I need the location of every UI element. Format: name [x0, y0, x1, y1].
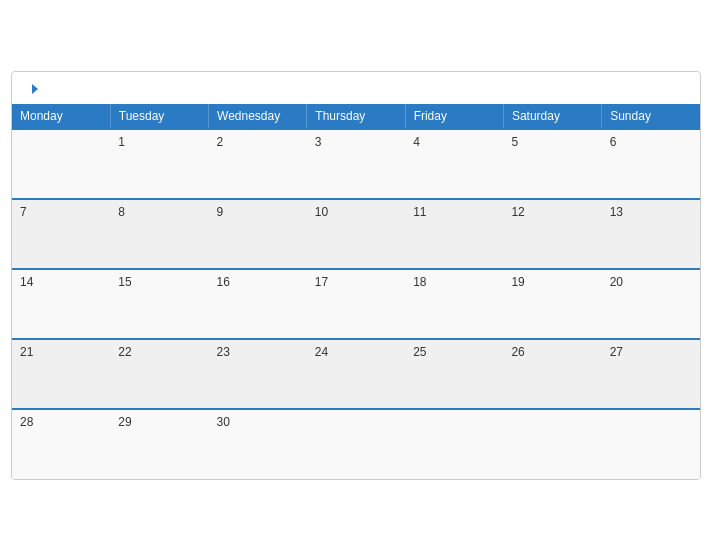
- logo-area: [28, 84, 38, 96]
- calendar-cell: [602, 409, 700, 479]
- calendar-cell: 27: [602, 339, 700, 409]
- calendar-cell: [12, 129, 110, 199]
- day-number: 24: [315, 345, 328, 359]
- calendar-cell: 13: [602, 199, 700, 269]
- calendar-cell: 28: [12, 409, 110, 479]
- calendar-container: MondayTuesdayWednesdayThursdayFridaySatu…: [11, 71, 701, 480]
- day-number: 15: [118, 275, 131, 289]
- calendar-cell: 12: [503, 199, 601, 269]
- day-number: 8: [118, 205, 125, 219]
- week-row-3: 14151617181920: [12, 269, 700, 339]
- day-number: 20: [610, 275, 623, 289]
- calendar-cell: 1: [110, 129, 208, 199]
- calendar-cell: 10: [307, 199, 405, 269]
- day-number: 23: [217, 345, 230, 359]
- calendar-cell: 6: [602, 129, 700, 199]
- calendar-cell: 24: [307, 339, 405, 409]
- calendar-cell: 21: [12, 339, 110, 409]
- calendar-grid: MondayTuesdayWednesdayThursdayFridaySatu…: [12, 104, 700, 479]
- day-header-thursday: Thursday: [307, 104, 405, 129]
- day-number: 14: [20, 275, 33, 289]
- day-number: 28: [20, 415, 33, 429]
- calendar-cell: 17: [307, 269, 405, 339]
- calendar-cell: 26: [503, 339, 601, 409]
- day-number: 5: [511, 135, 518, 149]
- logo-blue-row: [28, 84, 38, 96]
- calendar-cell: 3: [307, 129, 405, 199]
- day-number: 16: [217, 275, 230, 289]
- day-number: 6: [610, 135, 617, 149]
- calendar-cell: 19: [503, 269, 601, 339]
- calendar-cell: 9: [209, 199, 307, 269]
- week-row-4: 21222324252627: [12, 339, 700, 409]
- week-row-1: 123456: [12, 129, 700, 199]
- day-number: 29: [118, 415, 131, 429]
- week-row-5: 282930: [12, 409, 700, 479]
- logo-triangle-icon: [32, 84, 38, 94]
- day-header-wednesday: Wednesday: [209, 104, 307, 129]
- days-header-row: MondayTuesdayWednesdayThursdayFridaySatu…: [12, 104, 700, 129]
- day-header-sunday: Sunday: [602, 104, 700, 129]
- day-number: 7: [20, 205, 27, 219]
- calendar-cell: [307, 409, 405, 479]
- calendar-header: [12, 72, 700, 104]
- calendar-cell: 8: [110, 199, 208, 269]
- day-number: 19: [511, 275, 524, 289]
- day-number: 2: [217, 135, 224, 149]
- calendar-cell: 18: [405, 269, 503, 339]
- calendar-cell: 15: [110, 269, 208, 339]
- calendar-cell: 20: [602, 269, 700, 339]
- week-row-2: 78910111213: [12, 199, 700, 269]
- day-number: 10: [315, 205, 328, 219]
- day-number: 30: [217, 415, 230, 429]
- day-header-friday: Friday: [405, 104, 503, 129]
- day-number: 27: [610, 345, 623, 359]
- calendar-cell: [405, 409, 503, 479]
- calendar-cell: 5: [503, 129, 601, 199]
- day-number: 11: [413, 205, 426, 219]
- day-number: 3: [315, 135, 322, 149]
- day-number: 18: [413, 275, 426, 289]
- calendar-cell: 11: [405, 199, 503, 269]
- day-number: 25: [413, 345, 426, 359]
- day-number: 21: [20, 345, 33, 359]
- day-number: 12: [511, 205, 524, 219]
- calendar-cell: [503, 409, 601, 479]
- calendar-cell: 14: [12, 269, 110, 339]
- calendar-cell: 30: [209, 409, 307, 479]
- calendar-cell: 25: [405, 339, 503, 409]
- day-number: 1: [118, 135, 125, 149]
- calendar-cell: 22: [110, 339, 208, 409]
- day-number: 9: [217, 205, 224, 219]
- calendar-cell: 7: [12, 199, 110, 269]
- calendar-cell: 29: [110, 409, 208, 479]
- calendar-cell: 2: [209, 129, 307, 199]
- day-header-tuesday: Tuesday: [110, 104, 208, 129]
- day-number: 26: [511, 345, 524, 359]
- calendar-cell: 16: [209, 269, 307, 339]
- day-number: 13: [610, 205, 623, 219]
- calendar-cell: 23: [209, 339, 307, 409]
- day-number: 22: [118, 345, 131, 359]
- day-number: 17: [315, 275, 328, 289]
- day-header-monday: Monday: [12, 104, 110, 129]
- calendar-cell: 4: [405, 129, 503, 199]
- day-number: 4: [413, 135, 420, 149]
- day-header-saturday: Saturday: [503, 104, 601, 129]
